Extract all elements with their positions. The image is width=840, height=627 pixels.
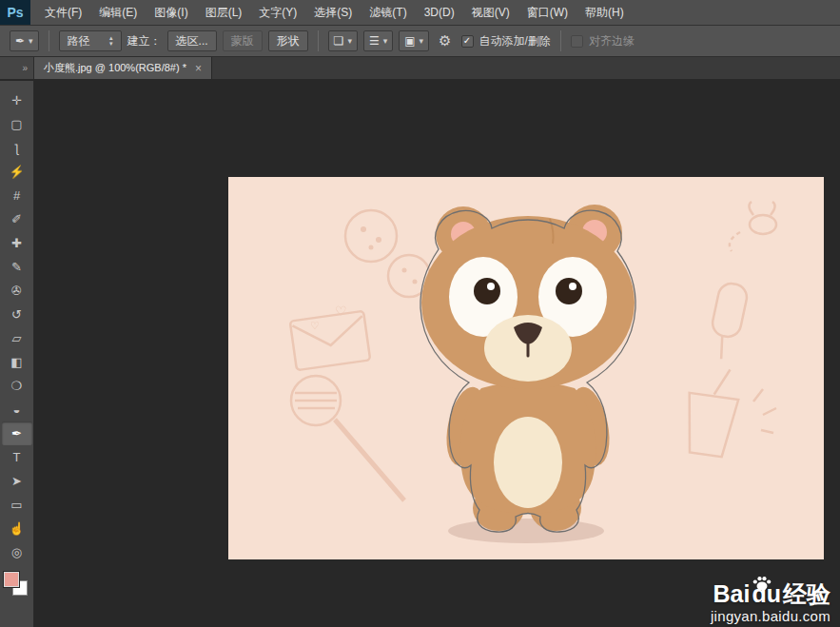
path-arrangement-button[interactable]: ▣ ▾ (399, 30, 429, 51)
path-operations-icon: ❏ (334, 34, 344, 48)
tool-history-brush[interactable]: ↺ (2, 303, 32, 326)
tool-path-selection[interactable]: ➤ (2, 469, 32, 493)
tool-hand[interactable]: ☝ (2, 517, 32, 540)
photoshop-logo: Ps (0, 0, 30, 25)
workspace: ✛ ▢ ƪ ⚡ # ✐ ✚ ✎ ✇ ↺ ▱ ◧ ❍ ◒ ✒ T ➤ ▭ ☝ ◎ (0, 81, 840, 627)
auto-add-delete-label: 自动添加/删除 (479, 33, 551, 49)
menu-view[interactable]: 视图(V) (463, 0, 518, 25)
baidu-brand: Bai du 经验 (711, 580, 830, 608)
move-tool-icon: ✛ (11, 93, 22, 108)
toolbar-collapse-button[interactable]: » (0, 57, 34, 79)
tool-dodge[interactable]: ◒ (2, 398, 32, 421)
blur-tool-icon: ❍ (11, 379, 23, 393)
tool-quick-selection[interactable]: ⚡ (2, 160, 32, 184)
gradient-tool-icon: ◧ (10, 355, 22, 369)
tool-pen[interactable]: ✒ (2, 421, 32, 445)
canvas-area: ♡ ♡ (34, 81, 840, 627)
tool-brush[interactable]: ✎ (2, 255, 32, 279)
menu-filter[interactable]: 滤镜(T) (361, 0, 415, 25)
tool-spot-healing-brush[interactable]: ✚ (2, 231, 32, 255)
baidu-watermark: Bai du 经验 jingyan.baidu.com (711, 580, 830, 624)
history-brush-tool-icon: ↺ (11, 307, 22, 322)
foreground-color-swatch[interactable] (4, 572, 19, 587)
make-label: 建立： (127, 33, 162, 49)
dodge-tool-icon: ◒ (13, 402, 21, 417)
healing-brush-tool-icon: ✚ (11, 236, 22, 250)
tool-clone-stamp[interactable]: ✇ (2, 279, 32, 303)
updown-arrows-icon: ▴ ▾ (109, 35, 113, 47)
menu-image[interactable]: 图像(I) (146, 0, 196, 25)
menu-window[interactable]: 窗口(W) (518, 0, 576, 25)
tool-preset-picker[interactable]: ✒ ▾ (10, 30, 39, 51)
gear-icon[interactable]: ⚙ (435, 32, 455, 49)
tool-rectangle[interactable]: ▭ (2, 493, 32, 517)
menu-select[interactable]: 选择(S) (305, 0, 361, 25)
tool-type[interactable]: T (2, 445, 32, 469)
svg-text:♡: ♡ (310, 320, 320, 331)
tool-zoom[interactable]: ◎ (2, 540, 32, 564)
eraser-tool-icon: ▱ (12, 331, 22, 345)
tools-palette: ✛ ▢ ƪ ⚡ # ✐ ✚ ✎ ✇ ↺ ▱ ◧ ❍ ◒ ✒ T ➤ ▭ ☝ ◎ (0, 81, 34, 627)
document-tab-bar: » 小度熊.jpg @ 100%(RGB/8#) * × (0, 57, 840, 80)
tool-eraser[interactable]: ▱ (2, 326, 32, 350)
quick-selection-tool-icon: ⚡ (9, 165, 24, 179)
tool-gradient[interactable]: ◧ (2, 350, 32, 374)
zoom-tool-icon: ◎ (11, 545, 22, 559)
chevron-down-icon: ▾ (420, 36, 424, 46)
tool-options-bar: ✒ ▾ 路径 ▴ ▾ 建立： 选区... 蒙版 形状 ❏ ▾ ☰ ▾ ▣ ▾ ⚙… (0, 26, 840, 57)
document-image[interactable]: ♡ ♡ (228, 177, 824, 559)
baidu-paw-icon (752, 569, 772, 597)
align-edges-label: 对齐边缘 (589, 33, 635, 49)
tool-crop[interactable]: # (2, 184, 32, 207)
menu-type[interactable]: 文字(Y) (250, 0, 305, 25)
crop-tool-icon: # (13, 188, 20, 203)
make-mask-button: 蒙版 (223, 30, 263, 51)
menu-3d[interactable]: 3D(D) (416, 0, 463, 25)
hand-tool-icon: ☝ (9, 521, 24, 536)
eyedropper-tool-icon: ✐ (11, 212, 22, 226)
close-icon[interactable]: × (195, 62, 202, 75)
pen-tool-preset-icon: ✒ (15, 34, 25, 48)
clone-stamp-tool-icon: ✇ (11, 284, 22, 298)
path-alignment-icon: ☰ (369, 34, 380, 48)
tool-lasso[interactable]: ƪ (2, 136, 32, 160)
path-selection-tool-icon: ➤ (11, 474, 22, 488)
tool-rectangular-marquee[interactable]: ▢ (2, 112, 32, 136)
make-selection-button[interactable]: 选区... (167, 30, 217, 51)
tool-move[interactable]: ✛ (2, 88, 32, 112)
watermark-url: jingyan.baidu.com (711, 608, 830, 624)
type-tool-icon: T (13, 450, 21, 464)
auto-add-delete-checkbox[interactable]: ✓ (461, 35, 474, 48)
chevron-down-icon: ▾ (29, 36, 33, 46)
document-tab-title: 小度熊.jpg @ 100%(RGB/8#) * (44, 61, 186, 75)
make-shape-button[interactable]: 形状 (268, 30, 308, 51)
brand-text-bai: Bai (713, 580, 751, 608)
separator (560, 30, 561, 51)
path-operations-button[interactable]: ❏ ▾ (328, 30, 358, 51)
chevron-down-icon: ▾ (383, 36, 388, 46)
teddy-bear-photo: ♡ ♡ (228, 177, 824, 559)
rectangle-tool-icon: ▭ (10, 498, 22, 512)
pen-tool-icon: ✒ (11, 426, 22, 441)
chevron-down-icon: ▾ (347, 36, 352, 46)
pen-mode-dropdown[interactable]: 路径 ▴ ▾ (59, 30, 122, 51)
tool-eyedropper[interactable]: ✐ (2, 207, 32, 231)
brand-text-du: du (752, 580, 781, 608)
menu-help[interactable]: 帮助(H) (576, 0, 633, 25)
document-tab[interactable]: 小度熊.jpg @ 100%(RGB/8#) * × (34, 57, 212, 79)
lasso-tool-icon: ƪ (14, 141, 19, 155)
menu-edit[interactable]: 编辑(E) (90, 0, 146, 25)
path-arrangement-icon: ▣ (404, 34, 415, 48)
pen-mode-value: 路径 (68, 33, 90, 49)
bear-shadow (448, 519, 604, 543)
brush-tool-icon: ✎ (11, 260, 22, 274)
menu-file[interactable]: 文件(F) (36, 0, 90, 25)
marquee-tool-icon: ▢ (10, 117, 22, 131)
path-alignment-button[interactable]: ☰ ▾ (363, 30, 393, 51)
tool-blur[interactable]: ❍ (2, 374, 32, 398)
align-edges-checkbox (571, 35, 583, 48)
menu-layer[interactable]: 图层(L) (197, 0, 251, 25)
brand-text-jingyan: 经验 (783, 580, 830, 608)
color-swatches (4, 572, 30, 598)
svg-text:♡: ♡ (335, 304, 347, 319)
